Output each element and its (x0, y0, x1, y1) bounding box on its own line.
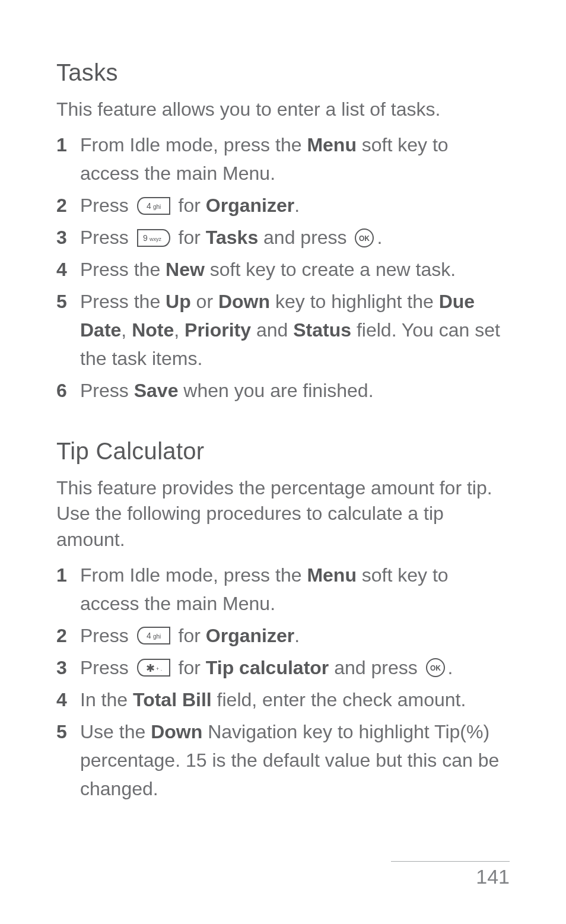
tasks-heading: Tasks (56, 59, 510, 86)
svg-text:✱: ✱ (146, 662, 155, 674)
up-bold: Up (166, 291, 191, 312)
tip-step-2: 2 Press 4ghi for Organizer. (56, 621, 510, 650)
tip-section: Tip Calculator This feature provides the… (56, 438, 510, 803)
step-text: From Idle mode, press the (80, 564, 307, 586)
key-ok-icon: OK (425, 658, 446, 678)
step-text: and press (258, 227, 352, 248)
step-number: 5 (56, 287, 67, 316)
step-text: for (173, 657, 206, 678)
step-text: Press (80, 380, 134, 401)
page-container: Tasks This feature allows you to enter a… (0, 0, 566, 924)
svg-text:4: 4 (147, 631, 151, 640)
step-text: Press (80, 657, 134, 678)
step-text: . (377, 227, 382, 248)
step-text: Press (80, 195, 134, 216)
tipcalc-bold: Tip calculator (206, 657, 329, 678)
step-number: 1 (56, 131, 67, 159)
step-text: , (121, 319, 132, 341)
step-text: . (294, 625, 300, 646)
step-text: or (191, 291, 218, 312)
svg-text:9: 9 (143, 233, 148, 243)
step-text: Use the (80, 721, 151, 742)
step-text: , (174, 319, 185, 341)
key-star-icon: ✱+ . (136, 658, 171, 677)
step-number: 4 (56, 255, 67, 284)
svg-text:ghi: ghi (153, 633, 161, 640)
step-number: 2 (56, 621, 67, 650)
status-bold: Status (293, 319, 351, 341)
tip-step-1: 1 From Idle mode, press the Menu soft ke… (56, 561, 510, 618)
step-text: soft key to create a new task. (205, 259, 456, 280)
tip-intro-text: This feature provides the percentage amo… (56, 475, 510, 553)
tip-steps-list: 1 From Idle mode, press the Menu soft ke… (56, 561, 510, 803)
key-4ghi-icon: 4ghi (136, 626, 171, 645)
step-text: for (173, 195, 206, 216)
step-number: 2 (56, 191, 67, 220)
step-text: key to highlight the (270, 291, 439, 312)
tasks-step-4: 4 Press the New soft key to create a new… (56, 255, 510, 284)
svg-text:4: 4 (147, 201, 151, 211)
key-ok-icon: OK (354, 228, 374, 248)
key-4ghi-icon: 4ghi (136, 196, 171, 215)
step-number: 4 (56, 685, 67, 714)
step-text: field, enter the check amount. (212, 689, 466, 710)
step-text: Press the (80, 259, 166, 280)
page-number-rule (391, 861, 510, 862)
step-text: Press (80, 625, 134, 646)
step-text: Press (80, 227, 134, 248)
menu-bold: Menu (307, 564, 357, 586)
organizer-bold: Organizer (206, 195, 294, 216)
totalbill-bold: Total Bill (133, 689, 212, 710)
svg-text:ghi: ghi (153, 204, 161, 210)
priority-bold: Priority (185, 319, 251, 341)
step-text: and press (329, 657, 422, 678)
step-text: . (294, 195, 300, 216)
tip-step-3: 3 Press ✱+ . for Tip calculator and pres… (56, 653, 510, 682)
step-text: for (173, 227, 206, 248)
step-number: 1 (56, 561, 67, 589)
tasks-step-5: 5 Press the Up or Down key to highlight … (56, 287, 510, 373)
svg-text:+ .: + . (156, 666, 162, 672)
svg-text:OK: OK (359, 234, 370, 243)
tasks-step-2: 2 Press 4ghi for Organizer. (56, 191, 510, 220)
tip-heading: Tip Calculator (56, 438, 510, 465)
step-text: In the (80, 689, 133, 710)
tasks-step-6: 6 Press Save when you are finished. (56, 376, 510, 405)
key-9wxyz-icon: 9wxyz (136, 228, 171, 247)
organizer-bold: Organizer (206, 625, 294, 646)
tasks-step-3: 3 Press 9wxyz for Tasks and press OK. (56, 223, 510, 252)
tip-step-4: 4 In the Total Bill field, enter the che… (56, 685, 510, 714)
page-number-area: 141 (391, 861, 510, 888)
step-number: 3 (56, 653, 67, 682)
tasks-step-1: 1 From Idle mode, press the Menu soft ke… (56, 131, 510, 188)
new-bold: New (166, 259, 205, 280)
step-number: 6 (56, 376, 67, 405)
note-bold: Note (132, 319, 174, 341)
down-bold: Down (151, 721, 202, 742)
menu-bold: Menu (307, 134, 357, 155)
svg-text:OK: OK (430, 664, 441, 672)
step-text: when you are finished. (178, 380, 373, 401)
save-bold: Save (134, 380, 179, 401)
step-text: Press the (80, 291, 166, 312)
tip-step-5: 5 Use the Down Navigation key to highlig… (56, 717, 510, 803)
down-bold: Down (218, 291, 270, 312)
step-text: and (251, 319, 293, 341)
tasks-steps-list: 1 From Idle mode, press the Menu soft ke… (56, 131, 510, 405)
step-text: . (448, 657, 453, 678)
tasks-intro-text: This feature allows you to enter a list … (56, 97, 510, 122)
step-text: From Idle mode, press the (80, 134, 307, 155)
step-number: 5 (56, 717, 67, 746)
tasks-bold: Tasks (206, 227, 258, 248)
step-number: 3 (56, 223, 67, 252)
page-number: 141 (391, 865, 510, 888)
step-text: for (173, 625, 206, 646)
svg-text:wxyz: wxyz (149, 236, 161, 242)
